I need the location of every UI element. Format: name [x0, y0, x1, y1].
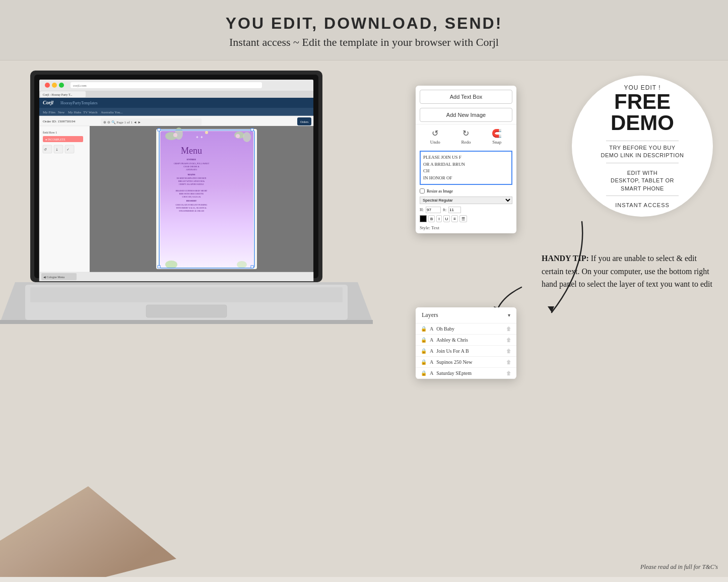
- add-text-box-button[interactable]: Add Text Box: [420, 90, 512, 104]
- main-area: corjl.com Corjl - Hooray Party T... Corj…: [0, 60, 728, 577]
- demo-instant-label: INSTANT ACCESS: [615, 202, 670, 208]
- layer-type-a: A: [430, 370, 433, 376]
- svg-rect-69: [158, 266, 160, 268]
- font-family-select[interactable]: Spectral Regular: [420, 197, 512, 204]
- header-subtitle: Instant access ~ Edit the template in yo…: [10, 36, 718, 49]
- demo-edit-with-label: EDIT WITH DESKTOP, TABLET ORSMART PHONE: [611, 169, 674, 192]
- svg-text:My Files: My Files: [43, 110, 55, 114]
- demo-divider-3: [606, 196, 679, 196]
- demo-divider-2: [606, 163, 679, 163]
- align-left-button[interactable]: ≡: [451, 215, 458, 222]
- demo-demo-label: DEMO: [611, 112, 674, 134]
- top-banner: YOU EDIT, DOWNLOAD, SEND! Instant access…: [0, 0, 728, 60]
- snap-label: Snap: [492, 140, 501, 145]
- align-center-button[interactable]: ☰: [459, 215, 467, 222]
- demo-divider: [606, 141, 679, 141]
- svg-rect-67: [158, 128, 160, 131]
- bold-button[interactable]: B: [428, 215, 435, 222]
- svg-rect-70: [251, 266, 253, 268]
- delete-icon[interactable]: 🗑: [506, 326, 511, 332]
- svg-rect-74: [0, 320, 373, 324]
- svg-text:Corjl - Hooray Party T...: Corjl - Hooray Party T...: [43, 93, 73, 96]
- svg-rect-76: [146, 305, 227, 317]
- snap-tool[interactable]: 🧲 Snap: [492, 128, 502, 145]
- corjl-panel: Add Text Box Add New Image ↺ Undo ↻ Redo…: [416, 86, 516, 233]
- svg-text:ENTREE: ENTREE: [187, 158, 196, 161]
- redo-tool[interactable]: ↻ Redo: [461, 128, 471, 145]
- underline-button[interactable]: U: [443, 215, 450, 222]
- resize-image-checkbox[interactable]: [420, 188, 425, 193]
- layer-name: Join Us For A B: [436, 348, 503, 354]
- demo-circle: YOU EDIT ! FREE DEMO TRY BEFORE YOU BUY …: [572, 76, 713, 217]
- layer-type-a: A: [430, 326, 433, 332]
- snap-icon: 🧲: [492, 128, 502, 138]
- lock-icon: 🔒: [421, 370, 427, 376]
- layer-item-oh-baby[interactable]: 🔒 A Oh Baby 🗑: [416, 324, 516, 335]
- redo-label: Redo: [461, 140, 471, 145]
- layer-item-ashley-chris[interactable]: 🔒 A Ashley & Chris 🗑: [416, 335, 516, 346]
- svg-rect-68: [251, 128, 253, 131]
- height-label: H:: [420, 208, 424, 212]
- style-text-label: Style: Text: [416, 223, 516, 233]
- svg-point-43: [243, 132, 251, 142]
- svg-text:HoorayPartyTemplates: HoorayPartyTemplates: [60, 101, 98, 105]
- lock-icon: 🔒: [421, 326, 427, 332]
- demo-free-label: FREE: [614, 91, 671, 112]
- svg-text:✓: ✓: [67, 148, 70, 152]
- font-size-input[interactable]: [448, 207, 461, 213]
- svg-text:↺: ↺: [44, 148, 47, 152]
- undo-tool[interactable]: ↺ Undo: [430, 128, 440, 145]
- delete-icon[interactable]: 🗑: [506, 337, 511, 343]
- font-family-row: Spectral Regular: [416, 195, 516, 206]
- svg-text:◀ Cologne Menu: ◀ Cologne Menu: [43, 276, 64, 279]
- svg-point-46: [205, 131, 208, 134]
- svg-text:field Row 1: field Row 1: [43, 131, 57, 134]
- font-size-row: H: ft:: [416, 206, 516, 214]
- svg-text:SEARED MARINATED CHICKEN: SEARED MARINATED CHICKEN: [177, 177, 207, 179]
- layer-type-a: A: [430, 359, 433, 365]
- layer-item-join-us[interactable]: 🔒 A Join Us For A B 🗑: [416, 346, 516, 357]
- layer-name: Supinos 250 New: [436, 359, 503, 365]
- layer-name: Ashley & Chris: [436, 337, 503, 343]
- layers-title: Layers: [422, 311, 438, 319]
- svg-point-44: [173, 133, 177, 137]
- undo-icon: ↺: [432, 128, 438, 138]
- svg-text:ANTIPASTO: ANTIPASTO: [186, 168, 197, 171]
- svg-point-5: [52, 83, 57, 88]
- svg-text:BRAISED GUINNESS BEEF SHORT: BRAISED GUINNESS BEEF SHORT: [176, 189, 208, 192]
- hand-decoration: [0, 486, 176, 577]
- height-input[interactable]: [426, 207, 441, 213]
- svg-point-65: [237, 261, 247, 268]
- italic-button[interactable]: I: [436, 215, 441, 222]
- svg-text:My Hubs: My Hubs: [68, 110, 82, 114]
- svg-text:MAINS: MAINS: [187, 173, 195, 176]
- delete-icon[interactable]: 🗑: [506, 359, 511, 365]
- undo-label: Undo: [430, 140, 440, 145]
- lock-icon: 🔒: [421, 359, 427, 365]
- layers-header[interactable]: Layers ▾: [416, 307, 516, 324]
- layer-item-saturday[interactable]: 🔒 A Saturday SEptem 🗑: [416, 368, 516, 379]
- layer-item-supinos[interactable]: 🔒 A Supinos 250 New 🗑: [416, 357, 516, 368]
- svg-text:● INCOMPLETE: ● INCOMPLETE: [45, 138, 65, 141]
- add-new-image-button[interactable]: Add New Image: [420, 108, 512, 122]
- svg-point-4: [45, 83, 50, 88]
- color-swatch[interactable]: [420, 215, 427, 222]
- svg-text:Orders: Orders: [300, 120, 309, 123]
- svg-text:RIBS WITH ORECCHIETTE: RIBS WITH ORECCHIETTE: [179, 192, 204, 195]
- disclaimer: Please read ad in full for T&C's: [640, 563, 718, 571]
- layer-type-a: A: [430, 337, 433, 343]
- svg-text:Order ID: 1509758194: Order ID: 1509758194: [43, 119, 76, 123]
- layer-name: Oh Baby: [436, 326, 503, 332]
- svg-point-6: [59, 83, 64, 88]
- svg-text:STRAWBERRIES & CREAM: STRAWBERRIES & CREAM: [179, 210, 204, 212]
- laptop-wrapper: corjl.com Corjl - Hooray Party T... Corj…: [0, 60, 383, 423]
- panel-toolbar: ↺ Undo ↻ Redo 🧲 Snap: [416, 124, 516, 149]
- svg-text:TV Watch: TV Watch: [83, 110, 98, 114]
- svg-text:⊕  ⊖  🔍   Page 1  of 1   ◄ ►: ⊕ ⊖ 🔍 Page 1 of 1 ◄ ►: [103, 120, 141, 124]
- svg-text:corjl.com: corjl.com: [73, 84, 87, 88]
- svg-rect-77: [30, 287, 343, 302]
- delete-icon[interactable]: 🗑: [506, 370, 511, 376]
- delete-icon[interactable]: 🗑: [506, 348, 511, 354]
- svg-point-45: [236, 134, 240, 138]
- panel-text-area[interactable]: PLEASE JOIN US FOR A BRIDAL BRUNCHIN HON…: [420, 151, 512, 185]
